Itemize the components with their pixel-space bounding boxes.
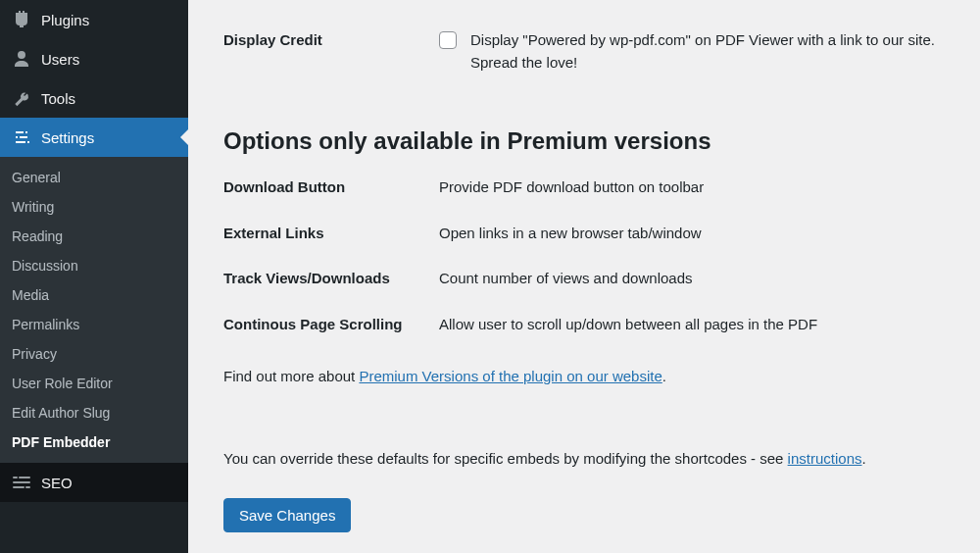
sidebar-item-label: Users: [41, 51, 79, 68]
settings-content: Display Credit Display "Powered by wp-pd…: [188, 0, 980, 553]
sidebar-item-label: Tools: [41, 90, 75, 107]
premium-row-external-links: External Links Open links in a new brows…: [223, 211, 953, 257]
premium-value: Count number of views and downloads: [439, 268, 953, 290]
sidebar-item-label: Plugins: [41, 12, 89, 28]
display-credit-description: Display "Powered by wp-pdf.com" on PDF V…: [470, 29, 953, 74]
submenu-general[interactable]: General: [0, 163, 188, 192]
submenu-media[interactable]: Media: [0, 280, 188, 310]
display-credit-checkbox[interactable]: [439, 31, 457, 49]
premium-section-title: Options only available in Premium versio…: [223, 127, 953, 155]
submenu-privacy[interactable]: Privacy: [0, 339, 188, 369]
display-credit-checkbox-wrap[interactable]: Display "Powered by wp-pdf.com" on PDF V…: [439, 29, 953, 74]
submenu-writing[interactable]: Writing: [0, 192, 188, 222]
premium-value: Open links in a new browser tab/window: [439, 223, 953, 245]
save-changes-button[interactable]: Save Changes: [223, 498, 351, 532]
premium-value: Allow user to scroll up/down between all…: [439, 314, 953, 336]
premium-more-info: Find out more about Premium Versions of …: [223, 365, 953, 388]
premium-row-download: Download Button Provide PDF download but…: [223, 165, 953, 211]
premium-versions-link[interactable]: Premium Versions of the plugin on our we…: [359, 368, 662, 384]
submenu-permalinks[interactable]: Permalinks: [0, 310, 188, 339]
sidebar-item-label: Settings: [41, 129, 94, 146]
display-credit-label: Display Credit: [223, 29, 439, 48]
submenu-user-role-editor[interactable]: User Role Editor: [0, 369, 188, 398]
submenu-edit-author-slug[interactable]: Edit Author Slug: [0, 398, 188, 427]
premium-label: External Links: [223, 223, 439, 245]
sliders-icon: [12, 127, 31, 147]
premium-label: Continous Page Scrolling: [223, 314, 439, 336]
plugin-icon: [12, 10, 31, 29]
premium-label: Download Button: [223, 176, 439, 199]
submenu-pdf-embedder[interactable]: PDF Embedder: [0, 427, 188, 457]
sidebar-item-tools[interactable]: Tools: [0, 78, 188, 118]
sidebar-item-label: SEO: [41, 475, 73, 491]
wrench-icon: [12, 88, 31, 108]
submenu-discussion[interactable]: Discussion: [0, 251, 188, 280]
premium-label: Track Views/Downloads: [223, 268, 439, 290]
premium-value: Provide PDF download button on toolbar: [439, 176, 953, 199]
sidebar-item-users[interactable]: Users: [0, 39, 188, 78]
sidebar-item-plugins[interactable]: Plugins: [0, 0, 188, 39]
override-note: You can override these defaults for spec…: [223, 447, 953, 471]
user-icon: [12, 49, 31, 69]
premium-row-track-views: Track Views/Downloads Count number of vi…: [223, 256, 953, 302]
settings-submenu: General Writing Reading Discussion Media…: [0, 157, 188, 463]
yoast-icon: [12, 473, 31, 492]
sidebar-item-seo[interactable]: SEO: [0, 463, 188, 502]
admin-sidebar: Plugins Users Tools Settings General Wri…: [0, 0, 188, 553]
display-credit-row: Display Credit Display "Powered by wp-pd…: [223, 10, 953, 83]
sidebar-item-settings[interactable]: Settings: [0, 118, 188, 157]
instructions-link[interactable]: instructions: [788, 450, 862, 467]
premium-row-page-scrolling: Continous Page Scrolling Allow user to s…: [223, 302, 953, 348]
submenu-reading[interactable]: Reading: [0, 222, 188, 251]
